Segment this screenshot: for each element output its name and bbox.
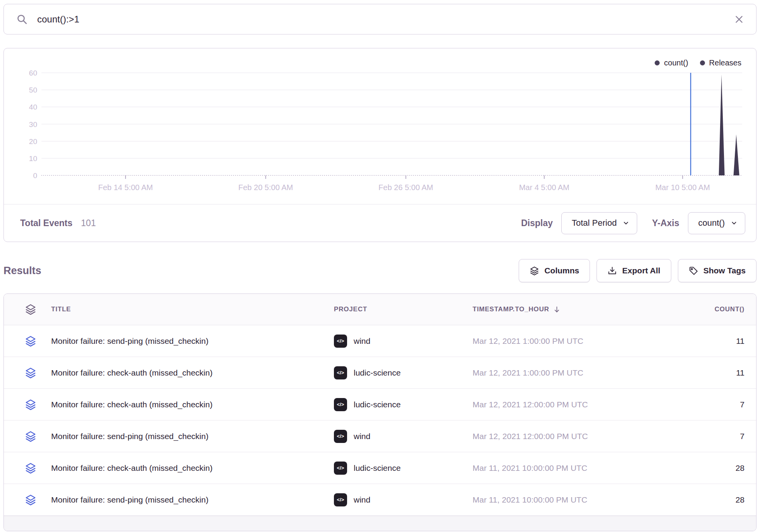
- project-platform-icon: </>: [334, 398, 347, 411]
- event-title[interactable]: Monitor failure: send-ping (missed_check…: [51, 336, 334, 346]
- project-name: wind: [354, 336, 370, 346]
- svg-text:Feb 20 5:00 AM: Feb 20 5:00 AM: [238, 183, 293, 192]
- columns-button[interactable]: Columns: [519, 259, 590, 282]
- total-events-value: 101: [81, 218, 96, 228]
- project-platform-icon: </>: [334, 493, 347, 506]
- project-name: wind: [354, 495, 370, 505]
- svg-text:30: 30: [29, 120, 37, 129]
- event-title[interactable]: Monitor failure: send-ping (missed_check…: [51, 432, 334, 441]
- legend-item-releases[interactable]: Releases: [700, 58, 741, 67]
- project-cell[interactable]: </> ludic-science: [334, 462, 473, 475]
- clear-search-button[interactable]: [734, 14, 745, 25]
- results-table: TITLE PROJECT TIMESTAMP.TO_HOUR COUNT() …: [3, 293, 757, 531]
- event-timestamp: Mar 11, 2021 10:00:00 PM UTC: [473, 495, 674, 505]
- project-name: ludic-science: [354, 400, 401, 409]
- svg-text:20: 20: [29, 137, 37, 146]
- column-header-title[interactable]: TITLE: [51, 305, 334, 313]
- table-header-row: TITLE PROJECT TIMESTAMP.TO_HOUR COUNT(): [4, 294, 756, 325]
- chart-legend: count() Releases: [655, 58, 741, 67]
- table-row[interactable]: Monitor failure: send-ping (missed_check…: [4, 325, 756, 357]
- display-dropdown[interactable]: Total Period: [561, 212, 637, 234]
- project-cell[interactable]: </> wind: [334, 430, 473, 443]
- tag-icon: [689, 266, 698, 276]
- event-count: 28: [674, 495, 756, 505]
- event-count: 7: [674, 400, 756, 409]
- stack-icon[interactable]: [25, 399, 36, 410]
- table-row[interactable]: Monitor failure: send-ping (missed_check…: [4, 420, 756, 452]
- project-name: wind: [354, 432, 370, 441]
- search-bar: [3, 4, 757, 34]
- project-name: ludic-science: [354, 368, 401, 378]
- events-chart-panel: 0102030405060Feb 14 5:00 AMFeb 20 5:00 A…: [3, 48, 757, 242]
- svg-text:Feb 14 5:00 AM: Feb 14 5:00 AM: [98, 183, 153, 192]
- download-icon: [607, 266, 617, 276]
- total-events-label: Total Events: [20, 218, 72, 228]
- event-count: 11: [674, 336, 756, 346]
- display-label: Display: [521, 218, 553, 228]
- svg-text:Feb 26 5:00 AM: Feb 26 5:00 AM: [378, 183, 433, 192]
- svg-text:40: 40: [29, 103, 37, 111]
- event-timestamp: Mar 12, 2021 1:00:00 PM UTC: [473, 368, 674, 378]
- event-title[interactable]: Monitor failure: check-auth (missed_chec…: [51, 368, 334, 378]
- event-timestamp: Mar 12, 2021 12:00:00 PM UTC: [473, 432, 674, 441]
- svg-text:Mar 4 5:00 AM: Mar 4 5:00 AM: [519, 183, 569, 192]
- export-all-button[interactable]: Export All: [597, 259, 671, 282]
- search-icon: [16, 14, 28, 25]
- yaxis-label: Y-Axis: [652, 218, 679, 228]
- column-header-count[interactable]: COUNT(): [674, 305, 756, 313]
- event-timestamp: Mar 12, 2021 12:00:00 PM UTC: [473, 400, 674, 409]
- search-input[interactable]: [37, 14, 724, 25]
- chevron-down-icon: [730, 219, 738, 227]
- stack-icon[interactable]: [25, 462, 36, 474]
- legend-dot-count: [655, 60, 660, 65]
- table-row[interactable]: Monitor failure: check-auth (missed_chec…: [4, 357, 756, 389]
- project-cell[interactable]: </> wind: [334, 493, 473, 506]
- stack-icon[interactable]: [25, 494, 36, 506]
- events-over-time-chart[interactable]: 0102030405060Feb 14 5:00 AMFeb 20 5:00 A…: [4, 48, 756, 204]
- display-dropdown-value: Total Period: [572, 218, 617, 228]
- svg-text:60: 60: [29, 69, 37, 77]
- yaxis-dropdown-value: count(): [698, 218, 725, 228]
- event-title[interactable]: Monitor failure: send-ping (missed_check…: [51, 495, 334, 505]
- show-tags-button[interactable]: Show Tags: [678, 259, 757, 282]
- legend-dot-releases: [700, 60, 705, 65]
- sort-desc-icon: [553, 305, 561, 314]
- column-header-project[interactable]: PROJECT: [334, 305, 473, 313]
- svg-text:Mar 10 5:00 AM: Mar 10 5:00 AM: [655, 183, 710, 192]
- chart-footer: Total Events 101 Display Total Period Y-…: [4, 204, 756, 242]
- event-count: 7: [674, 432, 756, 441]
- show-tags-button-label: Show Tags: [703, 266, 746, 275]
- table-row[interactable]: Monitor failure: send-ping (missed_check…: [4, 484, 756, 516]
- column-header-timestamp[interactable]: TIMESTAMP.TO_HOUR: [473, 305, 674, 314]
- svg-text:50: 50: [29, 86, 37, 94]
- yaxis-dropdown[interactable]: count(): [688, 212, 745, 234]
- legend-item-count[interactable]: count(): [655, 58, 688, 67]
- event-count: 11: [674, 368, 756, 378]
- results-bar: Results Columns Export All Show Tags: [3, 258, 757, 283]
- legend-label-count: count(): [664, 58, 688, 67]
- stack-icon[interactable]: [25, 431, 36, 442]
- table-footer-strip: [4, 516, 756, 531]
- table-row[interactable]: Monitor failure: check-auth (missed_chec…: [4, 389, 756, 420]
- stack-icon[interactable]: [25, 367, 36, 379]
- table-row[interactable]: Monitor failure: check-auth (missed_chec…: [4, 452, 756, 484]
- close-icon: [734, 14, 745, 25]
- svg-text:0: 0: [33, 172, 37, 180]
- project-platform-icon: </>: [334, 430, 347, 443]
- event-title[interactable]: Monitor failure: check-auth (missed_chec…: [51, 400, 334, 409]
- stack-icon: [530, 266, 539, 276]
- chevron-down-icon: [622, 219, 630, 227]
- event-timestamp: Mar 11, 2021 10:00:00 PM UTC: [473, 463, 674, 473]
- project-cell[interactable]: </> ludic-science: [334, 398, 473, 411]
- event-count: 28: [674, 463, 756, 473]
- project-platform-icon: </>: [334, 335, 347, 348]
- project-cell[interactable]: </> wind: [334, 335, 473, 348]
- results-title: Results: [3, 265, 41, 277]
- stack-icon[interactable]: [25, 304, 36, 315]
- stack-icon[interactable]: [25, 335, 36, 347]
- export-all-button-label: Export All: [622, 266, 660, 275]
- project-cell[interactable]: </> ludic-science: [334, 366, 473, 379]
- event-title[interactable]: Monitor failure: check-auth (missed_chec…: [51, 463, 334, 473]
- columns-button-label: Columns: [544, 266, 579, 275]
- svg-text:10: 10: [29, 154, 37, 163]
